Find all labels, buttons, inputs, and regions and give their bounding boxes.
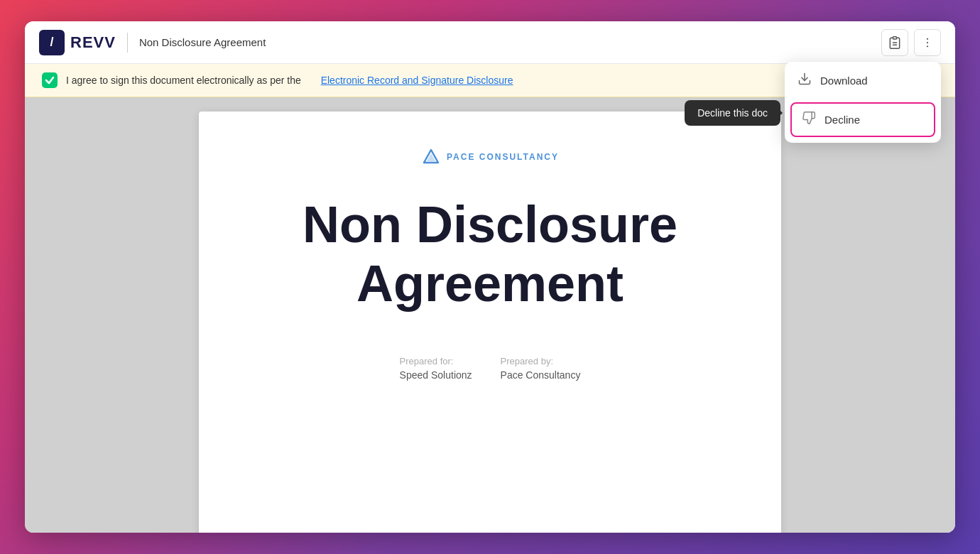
checkmark-icon: [45, 75, 55, 85]
notice-text-before: I agree to sign this document electronic…: [66, 75, 301, 86]
doc-area: PACE CONSULTANCY Non Disclosure Agreemen…: [25, 97, 955, 533]
thumbs-down-icon: [802, 111, 816, 129]
agreement-checkbox[interactable]: [42, 72, 58, 88]
doc-title-line1: Non Disclosure: [303, 196, 677, 253]
prepared-by-col: Prepared by: Pace Consultancy: [501, 356, 581, 381]
more-options-button[interactable]: [914, 29, 941, 56]
revv-logo-text: REVV: [70, 33, 116, 52]
prepared-by-value: Pace Consultancy: [501, 369, 581, 381]
company-name: PACE CONSULTANCY: [447, 152, 559, 162]
disclosure-link[interactable]: Electronic Record and Signature Disclosu…: [321, 75, 513, 86]
pace-logo-icon: [421, 147, 441, 167]
dropdown-menu: Download Decline: [785, 62, 941, 143]
svg-point-5: [927, 45, 928, 47]
prepared-for-value: Speed Solutionz: [400, 369, 472, 381]
svg-point-3: [927, 38, 928, 39]
clipboard-icon: [888, 36, 902, 50]
header: / REVV Non Disclosure Agreement: [25, 21, 955, 64]
doc-main-title: Non Disclosure Agreement: [303, 195, 677, 313]
tooltip-text: Decline this doc: [697, 107, 768, 119]
prepared-for-label: Prepared for:: [400, 356, 454, 366]
clipboard-button[interactable]: [881, 29, 908, 56]
revv-slash-icon: /: [50, 35, 53, 50]
more-vertical-icon: [921, 36, 934, 49]
download-menu-item[interactable]: Download: [785, 62, 941, 99]
download-icon: [797, 72, 812, 89]
prepared-for-col: Prepared for: Speed Solutionz: [400, 356, 472, 381]
doc-page: PACE CONSULTANCY Non Disclosure Agreemen…: [199, 112, 781, 533]
header-right: Download Decline Decline this doc: [881, 29, 941, 56]
decline-menu-item[interactable]: Decline: [790, 102, 935, 137]
download-label: Download: [820, 75, 868, 87]
document-header-title: Non Disclosure Agreement: [139, 36, 266, 48]
doc-meta: Prepared for: Speed Solutionz Prepared b…: [400, 356, 581, 381]
revv-logo-box: /: [39, 30, 65, 55]
company-logo: PACE CONSULTANCY: [421, 147, 559, 167]
svg-rect-0: [893, 36, 897, 38]
decline-tooltip: Decline this doc: [685, 100, 780, 126]
header-divider: [127, 33, 128, 53]
header-left: / REVV Non Disclosure Agreement: [39, 30, 266, 55]
app-container: / REVV Non Disclosure Agreement: [25, 21, 955, 533]
doc-title-line2: Agreement: [356, 255, 624, 312]
decline-label: Decline: [824, 114, 860, 126]
svg-point-4: [927, 41, 928, 43]
prepared-by-label: Prepared by:: [501, 356, 553, 366]
revv-logo: / REVV: [39, 30, 116, 55]
